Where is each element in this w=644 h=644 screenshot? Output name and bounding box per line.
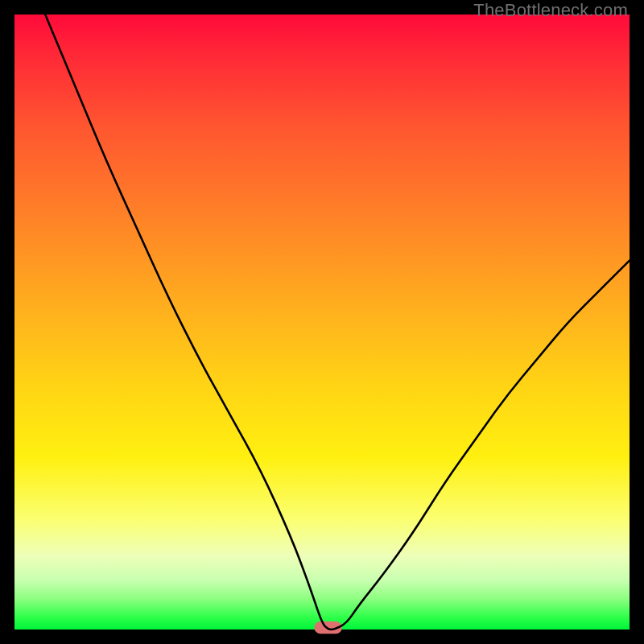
- bottleneck-curve: [45, 14, 630, 630]
- chart-svg: [14, 14, 630, 630]
- gradient-plot-area: [14, 14, 630, 630]
- chart-frame: TheBottleneck.com: [0, 0, 644, 644]
